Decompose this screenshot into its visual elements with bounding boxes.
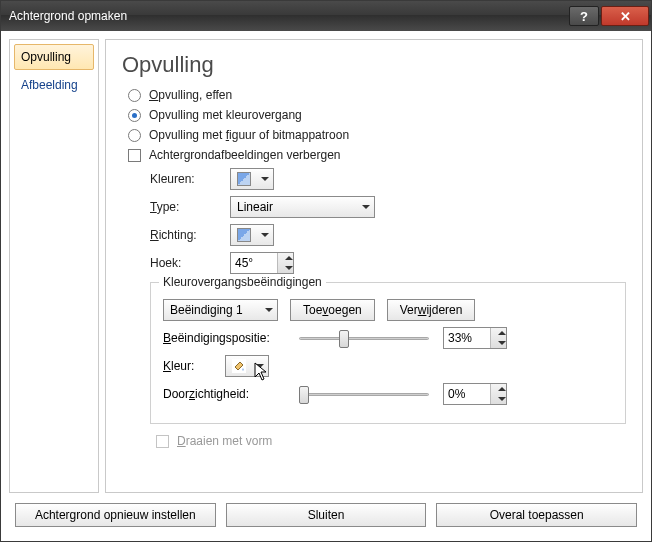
slider-thumb[interactable] (339, 330, 349, 348)
option-label: Opvulling met kleurovergang (149, 108, 302, 122)
reset-background-button[interactable]: Achtergrond opnieuw instellen (15, 503, 216, 527)
option-gradient-fill[interactable]: Opvulling met kleurovergang (128, 108, 626, 122)
button-label: Sluiten (308, 508, 345, 522)
direction-swatch-icon (237, 228, 251, 242)
slider-thumb[interactable] (299, 386, 309, 404)
transparency-spinner[interactable] (443, 383, 507, 405)
angle-label: Hoek: (150, 256, 220, 270)
type-value: Lineair (237, 200, 273, 214)
slider-track (299, 393, 429, 396)
button-label: Achtergrond opnieuw instellen (35, 508, 196, 522)
angle-spinner[interactable] (230, 252, 294, 274)
checkbox-icon (128, 149, 141, 162)
stop-position-input[interactable] (444, 328, 490, 348)
chevron-up-icon (498, 387, 506, 391)
stop-select-dropdown[interactable]: Beëindiging 1 (163, 299, 278, 321)
colors-label: Kleuren: (150, 172, 220, 186)
transparency-input[interactable] (444, 384, 490, 404)
checkbox-icon (156, 435, 169, 448)
option-solid-fill[interactable]: Opvulling, effen (128, 88, 626, 102)
radio-icon (128, 89, 141, 102)
stop-position-label: Beëindigingspositie: (163, 331, 285, 345)
button-label: Verwijderen (400, 303, 463, 317)
chevron-up-icon (285, 256, 293, 260)
paint-bucket-icon (232, 359, 246, 373)
help-button[interactable]: ? (569, 6, 599, 26)
stop-selected-value: Beëindiging 1 (170, 303, 243, 317)
transparency-label: Doorzichtigheid: (163, 387, 285, 401)
sidebar: Opvulling Afbeelding (9, 39, 99, 493)
chevron-down-icon (498, 397, 506, 401)
panel-heading: Opvulling (122, 52, 626, 78)
stops-legend: Kleurovergangsbeëindigingen (159, 275, 326, 289)
gradient-swatch-icon (237, 172, 251, 186)
stop-position-slider[interactable] (299, 328, 429, 348)
slider-track (299, 337, 429, 340)
sidebar-item-label: Afbeelding (21, 78, 78, 92)
sidebar-item-label: Opvulling (21, 50, 71, 64)
add-stop-button[interactable]: Toevoegen (290, 299, 375, 321)
preset-colors-dropdown[interactable] (230, 168, 274, 190)
chevron-up-icon (498, 331, 506, 335)
option-label: Draaien met vorm (177, 434, 272, 448)
option-label: Opvulling met figuur of bitmappatroon (149, 128, 349, 142)
close-window-button[interactable]: ✕ (601, 6, 649, 26)
main-panel: Opvulling Opvulling, effen Opvulling met… (105, 39, 643, 493)
transparency-slider[interactable] (299, 384, 429, 404)
angle-input[interactable] (231, 253, 277, 273)
stop-color-dropdown[interactable] (225, 355, 269, 377)
content-row: Opvulling Afbeelding Opvulling Opvulling… (9, 39, 643, 493)
gradient-stops-fieldset: Kleurovergangsbeëindigingen Beëindiging … (150, 282, 626, 424)
close-button[interactable]: Sluiten (226, 503, 427, 527)
option-rotate-with-shape: Draaien met vorm (156, 434, 626, 448)
button-label: Toevoegen (303, 303, 362, 317)
type-dropdown[interactable]: Lineair (230, 196, 375, 218)
option-picture-fill[interactable]: Opvulling met figuur of bitmappatroon (128, 128, 626, 142)
window-title: Achtergrond opmaken (9, 9, 569, 23)
radio-icon (128, 109, 141, 122)
titlebar: Achtergrond opmaken ? ✕ (1, 1, 651, 31)
dialog-body: Opvulling Afbeelding Opvulling Opvulling… (1, 31, 651, 541)
chevron-down-icon (285, 266, 293, 270)
sidebar-item-picture[interactable]: Afbeelding (14, 72, 94, 98)
chevron-down-icon (265, 308, 273, 312)
color-label: Kleur: (163, 359, 215, 373)
stop-position-spinner[interactable] (443, 327, 507, 349)
dialog-window: Achtergrond opmaken ? ✕ Opvulling Afbeel… (0, 0, 652, 542)
chevron-down-icon (261, 177, 269, 181)
direction-dropdown[interactable] (230, 224, 274, 246)
spinner-arrows[interactable] (490, 384, 506, 404)
chevron-down-icon (256, 364, 264, 368)
type-label: Type: (150, 200, 220, 214)
spinner-arrows[interactable] (490, 328, 506, 348)
chevron-down-icon (362, 205, 370, 209)
option-label: Achtergrondafbeeldingen verbergen (149, 148, 340, 162)
option-label: Opvulling, effen (149, 88, 232, 102)
apply-all-button[interactable]: Overal toepassen (436, 503, 637, 527)
radio-icon (128, 129, 141, 142)
dialog-footer: Achtergrond opnieuw instellen Sluiten Ov… (9, 493, 643, 533)
chevron-down-icon (261, 233, 269, 237)
sidebar-item-fill[interactable]: Opvulling (14, 44, 94, 70)
spinner-arrows[interactable] (277, 253, 293, 273)
remove-stop-button[interactable]: Verwijderen (387, 299, 476, 321)
chevron-down-icon (498, 341, 506, 345)
direction-label: Richting: (150, 228, 220, 242)
option-hide-background[interactable]: Achtergrondafbeeldingen verbergen (128, 148, 626, 162)
button-label: Overal toepassen (490, 508, 584, 522)
gradient-settings: Kleuren: Type: Lineair (150, 168, 626, 448)
